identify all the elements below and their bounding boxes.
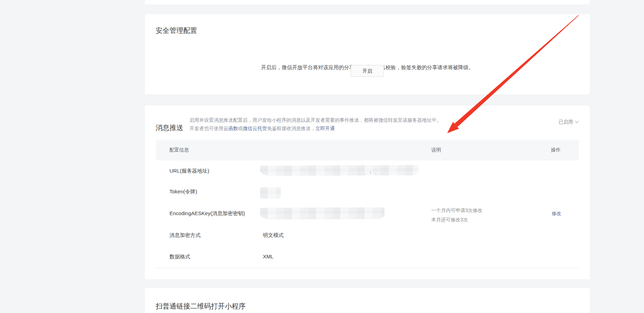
token-label: Token(令牌) bbox=[169, 188, 197, 195]
message-push-card: 消息推送 启用并设置消息推送配置后，用户发给小程序的消息以及开发者需要的事件推送… bbox=[145, 105, 590, 279]
url-label: URL(服务器地址) bbox=[169, 167, 209, 174]
page: 安全管理配置 开启后，微信开放平台将对该应用的分享请求进行签名校验，验签失败的分… bbox=[0, 0, 644, 313]
aeskey-note: 一个月内可申请3次修改 本月还可修改3次 bbox=[431, 206, 482, 224]
top-card-remnant bbox=[145, 0, 590, 4]
aeskey-label: EncodingAESKey(消息加密密钥) bbox=[169, 210, 245, 217]
push-desc-line1: 启用并设置消息推送配置后，用户发给小程序的消息以及开发者需要的事件推送，都将被微… bbox=[190, 116, 441, 124]
data-format-value: XML bbox=[263, 253, 274, 260]
aeskey-note-line1: 一个月内可申请3次修改 bbox=[431, 206, 482, 215]
cloud-hosting-link[interactable]: 微信云托管 bbox=[243, 126, 267, 131]
chevron-down-icon bbox=[575, 119, 579, 123]
header-config-info: 配置信息 bbox=[169, 147, 189, 153]
aeskey-redacted-value bbox=[260, 207, 385, 220]
security-config-title: 安全管理配置 bbox=[156, 26, 197, 35]
push-desc-line2-prefix: 开发者也可使用 bbox=[190, 126, 223, 131]
activate-now-link[interactable]: 立即开通 bbox=[315, 126, 335, 131]
push-desc-line1-text: 启用并设置消息推送配置后，用户发给小程序的消息以及开发者需要的事件推送，都将被微… bbox=[190, 117, 441, 123]
status-label: 已启用 bbox=[559, 119, 573, 125]
encryption-mode-label: 消息加密方式 bbox=[169, 232, 201, 239]
table-header-row: 配置信息 说明 操作 bbox=[156, 140, 579, 160]
status-dropdown[interactable]: 已启用 bbox=[559, 118, 578, 125]
header-action: 操作 bbox=[551, 147, 561, 153]
cloud-function-link[interactable]: 云函数 bbox=[223, 126, 238, 131]
message-push-title: 消息推送 bbox=[156, 123, 183, 132]
token-redacted-value bbox=[260, 187, 281, 199]
message-push-description: 启用并设置消息推送配置后，用户发给小程序的消息以及开发者需要的事件推送，都将被微… bbox=[190, 116, 441, 132]
redaction-specks: , . , , / , , bbox=[348, 171, 383, 174]
enable-button[interactable]: 开启 bbox=[351, 65, 384, 77]
qr-link-title: 扫普通链接二维码打开小程序 bbox=[156, 301, 246, 311]
header-note: 说明 bbox=[431, 147, 441, 153]
push-desc-line2-suffix: 免鉴权接收消息推送， bbox=[267, 126, 315, 131]
qr-link-card: 扫普通链接二维码打开小程序 bbox=[145, 288, 590, 313]
push-desc-line2: 开发者也可使用云函数或微信云托管免鉴权接收消息推送，立即开通 bbox=[190, 124, 441, 132]
push-desc-or: 或 bbox=[238, 126, 243, 131]
data-format-label: 数据格式 bbox=[169, 253, 190, 260]
table-bottom-divider bbox=[156, 268, 579, 268]
modify-row-container: 修改 bbox=[552, 210, 561, 217]
security-config-card: 安全管理配置 开启后，微信开放平台将对该应用的分享请求进行签名校验，验签失败的分… bbox=[145, 14, 590, 94]
modify-link[interactable]: 修改 bbox=[552, 211, 561, 216]
encryption-mode-value: 明文模式 bbox=[263, 232, 284, 239]
aeskey-note-line2: 本月还可修改3次 bbox=[431, 215, 482, 224]
url-redacted-value: , . , , / , , bbox=[260, 165, 418, 176]
